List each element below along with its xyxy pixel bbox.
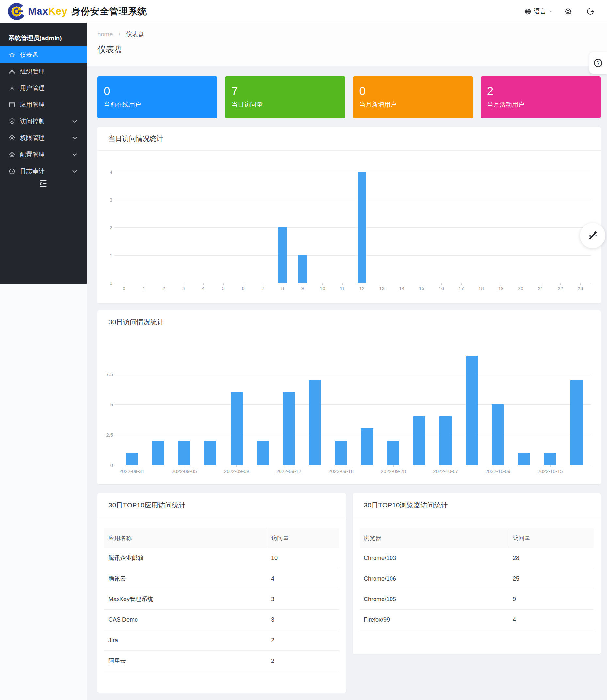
x-axis-tick-label: 2022-09-05 <box>172 468 197 474</box>
axis-tick <box>461 283 462 285</box>
home-icon <box>8 51 16 59</box>
theme-magic-wand-button[interactable] <box>580 223 605 248</box>
y-axis-tick-label: 7.5 <box>93 371 113 377</box>
axis-tick <box>243 283 243 285</box>
x-axis-tick-label: 22 <box>558 286 563 291</box>
x-axis-tick-label: 7 <box>261 286 264 291</box>
bar <box>231 392 243 465</box>
table-row: Jira2 <box>104 630 339 651</box>
monthly-visits-chart-card: 30日访问情况统计 02.557.52022-08-312022-09-0520… <box>97 310 601 484</box>
table-row: Chrome/10625 <box>360 568 593 589</box>
sidebar-item-users[interactable]: 用户管理 <box>0 80 87 96</box>
table-cell: 25 <box>509 568 593 589</box>
table-cell: Firefox/99 <box>360 610 509 630</box>
axis-tick <box>204 283 204 285</box>
table-cell: Jira <box>104 630 267 651</box>
breadcrumb-home-link[interactable]: home <box>97 31 113 38</box>
header-actions: 语言 <box>524 0 607 23</box>
x-axis-tick-label: 10 <box>320 286 325 291</box>
menu-fold-icon <box>39 179 48 189</box>
app-window-icon <box>8 101 16 108</box>
x-axis-tick-label: 2022-09-12 <box>276 468 301 474</box>
bar <box>335 441 347 465</box>
axis-tick <box>124 283 124 285</box>
sidebar-item-label: 仪表盘 <box>20 50 39 59</box>
stat-value: 0 <box>359 85 473 97</box>
table-header-row: 浏览器访问量 <box>360 528 593 548</box>
x-axis-tick-label: 15 <box>419 286 424 291</box>
stat-label: 当月新增用户 <box>359 101 473 109</box>
stat-value: 2 <box>487 85 601 97</box>
help-button[interactable]: ? <box>589 52 607 74</box>
sidebar-item-access[interactable]: 访问控制 <box>0 113 87 130</box>
help-question-icon: ? <box>593 58 603 68</box>
axis-tick <box>501 283 501 285</box>
bar <box>413 416 425 465</box>
x-axis-tick-label: 3 <box>182 286 185 291</box>
sidebar-item-label: 日志审计 <box>20 167 45 176</box>
maxkey-dashboard-page: MaxKey 身份安全管理系统 语言 系统管理员(admin) 仪表盘 <box>0 0 607 700</box>
y-axis-tick-label: 0 <box>93 462 113 468</box>
table-title: 30日TOP10应用访问统计 <box>97 494 346 517</box>
maxkey-logo-icon <box>8 3 25 20</box>
bar <box>283 392 295 465</box>
language-dropdown[interactable]: 语言 <box>524 7 553 16</box>
x-axis-tick-label: 8 <box>281 286 284 291</box>
x-axis-tick-label: 11 <box>340 286 345 291</box>
bar <box>439 416 452 465</box>
bar <box>152 441 164 465</box>
axis-tick <box>322 283 322 285</box>
bar <box>204 441 216 465</box>
sidebar-item-label: 权限管理 <box>20 134 45 142</box>
sidebar-item-audit[interactable]: 日志审计 <box>0 163 87 179</box>
x-axis-tick-label: 14 <box>399 286 404 291</box>
sidebar-item-orgs[interactable]: 组织管理 <box>0 63 87 80</box>
axis-tick <box>560 283 561 285</box>
sidebar-item-label: 配置管理 <box>20 150 45 159</box>
sidebar-item-label: 应用管理 <box>20 101 45 109</box>
x-axis-tick-label: 20 <box>518 286 523 291</box>
axis-tick <box>342 283 342 285</box>
brand-name: MaxKey <box>28 5 67 17</box>
stat-cards-row: 0当前在线用户7当日访问量0当月新增用户2当月活动用户 <box>97 76 601 118</box>
x-axis-tick-label: 9 <box>301 286 304 291</box>
axis-tick <box>421 283 422 285</box>
bar <box>518 453 530 465</box>
y-axis-tick-label: 3 <box>93 197 112 203</box>
table-row: CAS Demo3 <box>104 610 339 630</box>
settings-gear-icon[interactable] <box>564 7 572 16</box>
gridline <box>114 200 591 200</box>
sidebar-item-permissions[interactable]: 权限管理 <box>0 130 87 146</box>
table-cell: 9 <box>509 589 593 610</box>
axis-tick <box>481 283 481 285</box>
table-cell: 腾讯云 <box>104 568 267 589</box>
stat-label: 当前在线用户 <box>104 101 217 109</box>
bar <box>492 404 504 465</box>
breadcrumb: home / 仪表盘 <box>97 30 144 39</box>
bar <box>178 441 190 465</box>
breadcrumb-current: 仪表盘 <box>126 31 144 38</box>
sidebar-item-apps[interactable]: 应用管理 <box>0 96 87 113</box>
axis-tick <box>402 283 402 285</box>
logout-icon[interactable] <box>586 7 594 16</box>
stat-card: 2当月活动用户 <box>481 76 601 118</box>
table-cell: 3 <box>267 610 339 630</box>
bar <box>361 429 373 465</box>
sidebar-item-dashboard[interactable]: 仪表盘 <box>0 46 87 63</box>
stat-card: 0当月新增用户 <box>353 76 473 118</box>
column-header: 浏览器 <box>360 528 509 548</box>
sidebar-item-config[interactable]: 配置管理 <box>0 146 87 163</box>
column-header: 访问量 <box>267 528 339 548</box>
brand: MaxKey 身份安全管理系统 <box>8 3 147 20</box>
x-axis-tick-label: 5 <box>222 286 225 291</box>
axis-tick <box>303 283 303 285</box>
sidebar-collapse-button[interactable] <box>0 179 87 189</box>
axis-tick <box>236 465 237 467</box>
x-axis-tick-label: 21 <box>538 286 543 291</box>
bar <box>298 255 307 283</box>
x-axis-tick-label: 23 <box>578 286 583 291</box>
x-axis-tick-label: 16 <box>439 286 444 291</box>
x-axis-tick-label: 2 <box>162 286 165 291</box>
axis-tick <box>394 465 394 467</box>
bar <box>126 453 138 465</box>
